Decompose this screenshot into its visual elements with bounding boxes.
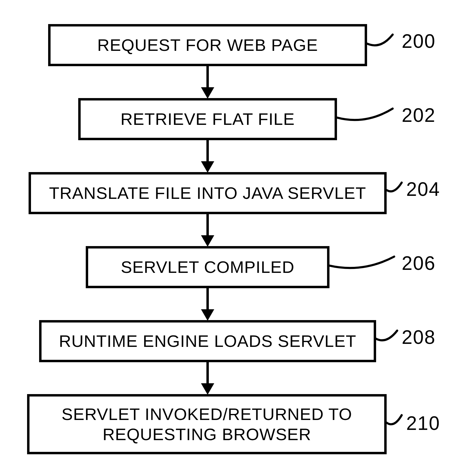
svg-marker-9 (201, 383, 214, 395)
flow-step-200: REQUEST FOR WEB PAGE (48, 24, 367, 66)
flow-arrow (199, 214, 217, 247)
flow-arrow (199, 66, 217, 99)
svg-marker-1 (201, 87, 214, 99)
flow-step-202: RETRIEVE FLAT FILE (78, 98, 337, 140)
flow-step-208: RUNTIME ENGINE LOADS SERVLET (39, 320, 376, 362)
flow-step-204: TRANSLATE FILE INTO JAVA SERVLET (29, 172, 387, 214)
flow-step-label: TRANSLATE FILE INTO JAVA SERVLET (49, 183, 366, 203)
ref-connector (367, 33, 397, 54)
flow-step-label: RETRIEVE FLAT FILE (120, 109, 295, 129)
svg-marker-7 (201, 309, 214, 321)
flow-arrow (199, 288, 217, 321)
svg-marker-5 (201, 235, 214, 247)
flow-step-label: SERVLET COMPILED (121, 257, 294, 277)
ref-connector (387, 181, 405, 202)
flowchart-canvas: REQUEST FOR WEB PAGE 200 RETRIEVE FLAT F… (0, 0, 476, 466)
ref-number: 208 (402, 326, 436, 348)
ref-connector (329, 255, 399, 276)
ref-number: 200 (402, 30, 436, 52)
ref-connector (387, 414, 405, 435)
flow-step-label: RUNTIME ENGINE LOADS SERVLET (59, 331, 357, 351)
ref-number: 202 (402, 104, 436, 126)
flow-step-label: REQUEST FOR WEB PAGE (97, 35, 318, 55)
ref-connector (376, 329, 400, 350)
flow-arrow (199, 140, 217, 173)
ref-number: 204 (406, 178, 440, 200)
ref-number: 206 (402, 252, 436, 274)
ref-number: 210 (406, 412, 440, 434)
flow-step-label: SERVLET INVOKED/RETURNED TO REQUESTING B… (62, 404, 352, 444)
flow-arrow (199, 362, 217, 395)
flow-step-210: SERVLET INVOKED/RETURNED TO REQUESTING B… (27, 394, 387, 454)
flow-step-206: SERVLET COMPILED (86, 246, 329, 288)
svg-marker-3 (201, 161, 214, 173)
ref-connector (337, 107, 397, 128)
